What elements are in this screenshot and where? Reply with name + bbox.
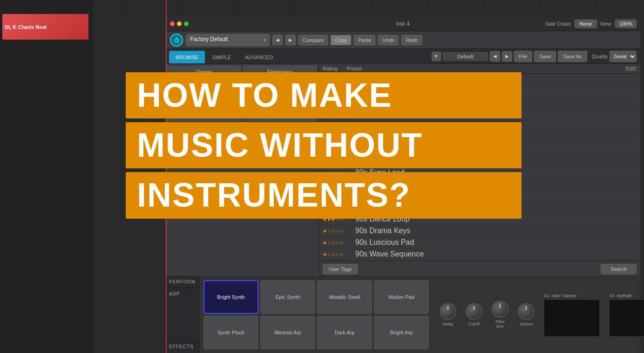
knob-delay[interactable] [440,303,456,320]
preset-name-item: 80s Sync Lead [355,168,405,177]
category-sound-effects[interactable]: Sound Effects [242,108,318,122]
list-item[interactable]: ☆☆☆☆☆80s Simple Synth Patterns [319,144,640,155]
knob-group-cutoff: Cutoff [466,303,482,326]
timeline-grid [93,0,644,14]
user-tags-button[interactable]: User Tags [323,264,358,274]
list-item[interactable]: ☆☆☆☆☆80s Sync Lead [319,167,640,179]
list-item[interactable]: ★★★☆☆80s Glassy Electric Piano [319,85,640,97]
file-button[interactable]: File [514,51,533,62]
pad-epic-synth[interactable]: Epic Synth [260,280,315,314]
power-button[interactable]: ⏻ [170,34,183,47]
compare-button[interactable]: Compare [298,35,328,45]
knob-cutoff-label: Cutoff [468,322,480,326]
prev-preset-button[interactable]: ◀ [272,35,283,45]
category-guitar[interactable]: Guitar [242,79,318,93]
knob-group-unison: Unison [518,303,535,326]
copy-button[interactable]: Copy [331,35,351,45]
list-item[interactable]: ☆☆☆☆☆80s Pop Synth Brass [319,132,640,144]
pad-grid: Bright Synth Epic Synth Metallic Swell M… [200,277,433,353]
minimize-dot[interactable] [177,21,182,26]
stars: ☆☆☆☆☆ [323,159,351,164]
list-item[interactable]: ★☆☆☆☆90s Luscious Pad [319,237,640,249]
save-as-button[interactable]: Save As [558,51,587,62]
pad-metallic-swell[interactable]: Metallic Swell [317,280,372,314]
list-item[interactable]: ★★★★☆80s Hard Bass [319,97,640,109]
category-trance[interactable]: Trance [166,123,242,137]
list-item[interactable]: ☆☆☆☆☆80s Synth Pop Lead [319,190,640,202]
list-item[interactable]: ★★☆☆☆80s FM Bass Attack [319,74,640,85]
xy-x1-group: X1: Saw / Square [544,293,600,337]
side-chain-value[interactable]: None [575,20,597,28]
preset-list-scroll[interactable]: ★★☆☆☆80s FM Bass Attack ★★★☆☆80s Glassy … [319,74,640,261]
tab-advanced[interactable]: ADVANCED [238,51,279,63]
perform-label: PERFORM [165,277,199,288]
stars: ★★☆☆☆ [323,77,351,82]
list-item[interactable]: ★☆☆☆☆90s Wave Sequence [319,249,640,260]
category-cold[interactable]: Cold [242,123,318,137]
undo-button[interactable]: Undo [378,35,399,45]
list-item[interactable]: ☆☆☆☆☆8mm Film Sequence [319,202,640,214]
list-item[interactable]: ★★☆☆☆80s Pop Synth Arpeggiator [319,120,640,132]
category-empty [242,137,318,151]
stars: ★☆☆☆☆ [323,228,351,234]
tab-simple[interactable]: SIMPLE [206,51,237,63]
knob-unison[interactable] [518,303,535,320]
preset-name-item: 80s Synth Pop Lead [355,192,422,200]
browse-area: Drums Electronica Phat Guitar Plucked Ur… [165,64,640,295]
preset-name-item: 80s Hard Bass [355,98,404,107]
browse-next-btn[interactable]: ▶ [502,51,512,62]
preset-count: 3182 [625,66,637,71]
track-block[interactable]: DL K Charts Beat [2,14,88,40]
x1-display[interactable] [544,299,600,337]
list-item[interactable]: ★★★☆☆90s Dance Loop [319,214,640,225]
category-plucked[interactable]: Plucked [166,94,242,108]
category-staccato[interactable]: Staccato [166,137,242,151]
redo-button[interactable]: Redo [401,35,422,45]
list-item[interactable]: ★★★☆☆80s Pop Electric Piano [319,109,640,120]
preset-name-item: 90s Drama Keys [355,227,410,235]
quality-select[interactable]: Great [610,51,637,62]
category-phat[interactable]: Phat [166,79,242,93]
preset-name-item: 90s Dance Loop [355,215,410,223]
next-preset-button[interactable]: ▶ [285,35,296,45]
browse-prev-btn[interactable]: ◀ [490,51,500,62]
instrument-panel: Inst 4 Side Chain: None View: 100% ⏻ Fac… [165,16,640,296]
pad-bright-synth[interactable]: Bright Synth [203,280,258,314]
browse-tabs-right: ▼ Default ◀ ▶ File Save Save As Quality … [432,49,637,63]
preset-name-item: 80s Pop Electric Piano [355,110,430,118]
pad-minimal-arp[interactable]: Minimal Arp [260,316,315,349]
preset-dropdown-wrap: Factory Default [186,34,270,46]
save-button[interactable]: Save [534,51,556,62]
knob-group-delay: Delay [440,303,456,326]
knob-filter-env[interactable] [492,301,508,318]
preset-list-panel: Rating Preset 3182 ★★☆☆☆80s FM Bass Atta… [319,64,640,295]
category-alias[interactable]: Alias [166,108,242,122]
list-item[interactable]: ☆☆☆☆☆80s Slow Pop Swing [319,155,640,167]
preset-name-item: 80s Glassy Electric Piano [355,87,440,95]
close-dot[interactable] [170,21,175,26]
track-label: DL K Charts Beat [5,24,47,30]
search-button[interactable]: Search [601,264,637,274]
browse-dropdown-btn[interactable]: ▼ [432,52,441,61]
pad-synth-pluck[interactable]: Synth Pluck [203,316,258,349]
x2-display[interactable] [609,299,644,337]
view-value[interactable]: 100% [615,20,637,28]
knob-unison-label: Unison [520,322,533,326]
preset-list-header: Rating Preset 3182 [319,64,640,74]
tab-browse[interactable]: BROWSE [169,51,205,63]
list-item[interactable]: ★☆☆☆☆90s Drama Keys [319,225,640,237]
category-electronica[interactable]: Electronica [242,65,318,79]
knob-group-filter-env: Filter Env [492,301,508,329]
category-urban[interactable]: Urban [242,94,318,108]
x2-label: X2: ArpRate [609,293,644,298]
category-drums[interactable]: Drums [166,65,242,79]
maximize-dot[interactable] [184,21,189,26]
list-item[interactable]: ☆☆☆☆☆80s Synth Pop Bass [319,179,640,190]
knob-cutoff[interactable] [466,303,482,320]
pad-motion-pad[interactable]: Motion Pad [374,280,429,314]
pad-bright-arp[interactable]: Bright Arp [374,316,429,349]
knob-delay-label: Delay [442,322,453,326]
paste-button[interactable]: Paste [354,35,375,45]
preset-dropdown[interactable]: Factory Default [186,34,270,46]
pad-dark-arp[interactable]: Dark Arp [317,316,372,349]
